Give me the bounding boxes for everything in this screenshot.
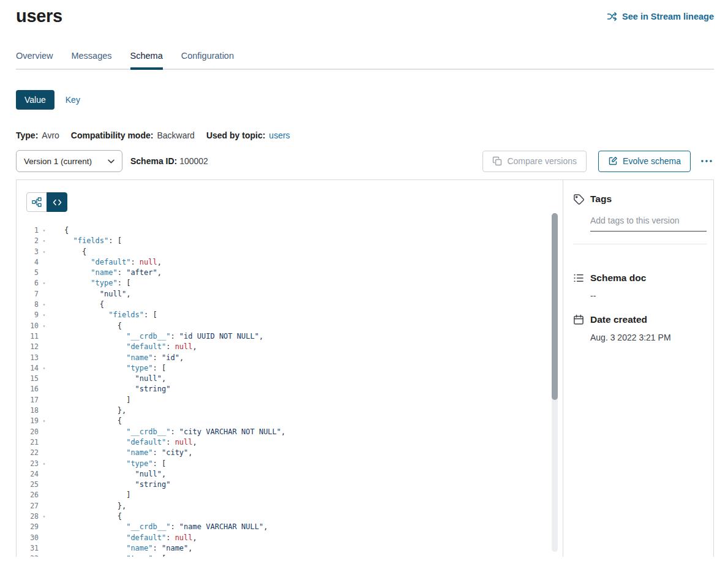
code-line-text: "name": "after", <box>50 268 162 278</box>
tab-messages[interactable]: Messages <box>71 51 111 69</box>
code-view-button[interactable] <box>47 192 67 212</box>
version-dropdown[interactable]: Version 1 (current) <box>16 150 122 172</box>
topic-link[interactable]: users <box>269 130 290 140</box>
calendar-icon <box>573 314 584 325</box>
code-line: 10▾ { <box>17 321 563 331</box>
code-line-text: "string" <box>50 384 170 394</box>
line-number: 12 <box>17 342 39 352</box>
code-line-text: ] <box>50 490 130 500</box>
tab-configuration[interactable]: Configuration <box>181 51 234 69</box>
code-line-text: "default": null, <box>50 437 197 448</box>
tree-view-icon <box>32 197 42 207</box>
compare-versions-button[interactable]: Compare versions <box>482 151 587 172</box>
line-number: 11 <box>17 331 39 342</box>
code-line-text: { <box>50 321 122 331</box>
schema-panel: 1▾{2▾ "fields": [3▾ {4 "default": null,5… <box>16 179 714 557</box>
code-line: 32▾ "type": [ <box>17 554 563 557</box>
fold-toggle-icon[interactable]: ▾ <box>39 416 50 426</box>
fold-toggle-icon[interactable]: ▾ <box>39 459 50 469</box>
chevron-down-icon <box>108 159 114 164</box>
tag-icon <box>573 194 584 205</box>
fold-toggle-icon[interactable]: ▾ <box>39 299 50 310</box>
code-line-text: "name": "id", <box>50 353 184 363</box>
line-number: 30 <box>17 533 39 543</box>
stream-lineage-link[interactable]: See in Stream lineage <box>607 12 714 21</box>
compatibility-value: Backward <box>157 130 194 140</box>
code-line-text: "null", <box>50 289 130 299</box>
line-number: 28 <box>17 511 39 522</box>
code-line-text: "__crdb__": "id UUID NOT NULL", <box>50 331 263 342</box>
code-line: 29 "__crdb__": "name VARCHAR NULL", <box>17 522 563 532</box>
tab-schema[interactable]: Schema <box>130 51 163 69</box>
line-number: 17 <box>17 395 39 405</box>
fold-toggle-icon[interactable]: ▾ <box>39 310 50 320</box>
code-line-text: { <box>50 511 122 522</box>
tab-overview[interactable]: Overview <box>16 51 53 69</box>
code-line-text: "type": [ <box>50 278 130 288</box>
fold-toggle-icon[interactable]: ▾ <box>39 236 50 246</box>
date-created-value: Aug. 3 2022 3:21 PM <box>590 333 707 342</box>
schema-editor-pane: 1▾{2▾ "fields": [3▾ {4 "default": null,5… <box>17 180 563 557</box>
fold-toggle-icon[interactable]: ▾ <box>39 363 50 374</box>
schema-doc-icon <box>573 273 584 284</box>
code-line: 23▾ "type": [ <box>17 459 563 469</box>
schema-sidebar: Tags Schema doc -- <box>563 180 716 557</box>
evolve-schema-button[interactable]: Evolve schema <box>598 151 691 172</box>
type-label: Type: <box>16 130 38 140</box>
code-line-text: "__crdb__": "name VARCHAR NULL", <box>50 522 268 532</box>
line-number: 16 <box>17 384 39 394</box>
line-number: 25 <box>17 480 39 490</box>
code-line: 27 }, <box>17 501 563 511</box>
tags-header: Tags <box>573 194 707 205</box>
code-line: 25 "string" <box>17 480 563 490</box>
fold-toggle-icon[interactable]: ▾ <box>39 321 50 331</box>
stream-lineage-icon <box>607 12 618 21</box>
tags-input[interactable] <box>590 216 707 232</box>
tree-view-button[interactable] <box>26 192 47 212</box>
sidebar-divider <box>573 244 707 244</box>
more-options-button[interactable] <box>699 156 714 167</box>
code-line-text: "string" <box>50 480 170 490</box>
code-line: 7 "null", <box>17 289 563 299</box>
value-toggle-button[interactable]: Value <box>16 90 54 110</box>
date-created-section: Date created Aug. 3 2022 3:21 PM <box>573 314 707 342</box>
key-toggle-button[interactable]: Key <box>54 90 91 110</box>
line-number: 6 <box>17 278 39 288</box>
code-line: 18 }, <box>17 405 563 416</box>
more-options-icon <box>700 159 713 163</box>
code-line-text: "fields": [ <box>50 236 122 246</box>
code-line: 3▾ { <box>17 247 563 257</box>
code-line: 21 "default": null, <box>17 437 563 448</box>
code-line: 30 "default": null, <box>17 533 563 543</box>
line-number: 31 <box>17 543 39 554</box>
fold-toggle-icon[interactable]: ▾ <box>39 554 50 557</box>
schema-id-value: 100002 <box>179 156 208 166</box>
fold-toggle-icon[interactable]: ▾ <box>39 225 50 236</box>
page-header: users See in Stream lineage <box>16 6 714 26</box>
code-line-text: "type": [ <box>50 459 166 469</box>
code-line-text: "name": "city", <box>50 448 193 458</box>
code-line-text: "null", <box>50 374 166 384</box>
page-title: users <box>16 6 62 26</box>
code-line: 28▾ { <box>17 511 563 522</box>
fold-toggle-icon[interactable]: ▾ <box>39 247 50 257</box>
code-line: 4 "default": null, <box>17 257 563 268</box>
line-number: 7 <box>17 289 39 299</box>
editor-scrollbar-thumb[interactable] <box>552 213 558 400</box>
fold-toggle-icon[interactable]: ▾ <box>39 278 50 288</box>
line-number: 19 <box>17 416 39 426</box>
schema-controls: Version 1 (current) Schema ID: 100002 Co… <box>16 150 714 172</box>
code-line-text: { <box>50 416 122 426</box>
line-number: 5 <box>17 268 39 278</box>
topic-tabs: Overview Messages Schema Configuration <box>16 51 714 70</box>
evolve-schema-icon <box>608 156 618 166</box>
code-line: 16 "string" <box>17 384 563 394</box>
topic-page: users See in Stream lineage Overview Mes… <box>0 0 728 557</box>
stream-lineage-label: See in Stream lineage <box>622 12 714 21</box>
line-number: 22 <box>17 448 39 458</box>
code-line-text: "fields": [ <box>50 310 157 320</box>
compare-versions-label: Compare versions <box>507 156 577 166</box>
fold-toggle-icon[interactable]: ▾ <box>39 511 50 522</box>
schema-id: Schema ID: 100002 <box>130 156 208 166</box>
line-number: 14 <box>17 363 39 374</box>
